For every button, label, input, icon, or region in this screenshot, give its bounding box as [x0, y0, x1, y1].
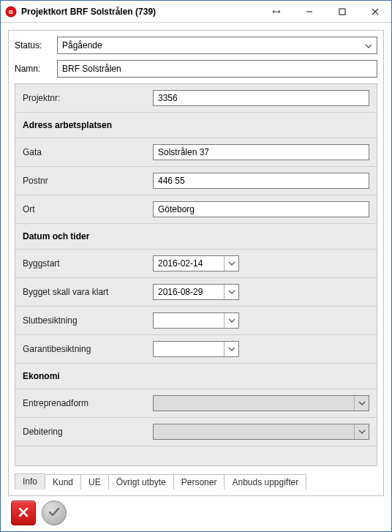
check-icon	[48, 506, 61, 521]
slutb-datepicker[interactable]	[153, 312, 239, 329]
name-label: Namn:	[15, 64, 50, 74]
footer-bar	[8, 496, 384, 527]
window-buttons	[260, 1, 391, 22]
ort-value: Göteborg	[158, 204, 195, 214]
projektnr-row: Projektnr: 3356	[15, 84, 377, 113]
status-row: Status: Pågående	[15, 37, 377, 54]
gata-input[interactable]: Solstrålen 37	[153, 144, 369, 160]
close-window-button[interactable]	[358, 1, 391, 22]
klart-label: Bygget skall vara klart	[15, 278, 146, 307]
chevron-down-icon	[224, 313, 238, 328]
datum-header: Datum och tider	[15, 224, 377, 250]
status-value: Pågående	[62, 40, 102, 50]
slutb-row: Slutbesiktning	[15, 307, 377, 335]
gata-label: Gata	[15, 138, 146, 167]
app-icon: B	[5, 6, 17, 18]
postnr-value: 446 55	[158, 176, 185, 186]
garanti-row: Garantibesiktning	[15, 335, 377, 364]
name-row: Namn: BRF Solstrålen	[15, 60, 377, 78]
postnr-input[interactable]: 446 55	[153, 173, 369, 189]
chevron-down-icon	[354, 424, 369, 439]
titlebar: B Projektkort BRF Solstrålen (739)	[1, 1, 391, 23]
postnr-label: Postnr	[15, 167, 146, 195]
tab-anbud[interactable]: Anbuds uppgifter	[224, 474, 306, 490]
svg-text:B: B	[9, 9, 13, 15]
minimize-button[interactable]	[293, 1, 325, 22]
klart-datepicker[interactable]: 2016-08-29	[153, 284, 239, 300]
ort-input[interactable]: Göteborg	[153, 201, 369, 217]
byggstart-label: Byggstart	[15, 250, 146, 278]
tab-info[interactable]: Info	[15, 473, 45, 490]
deb-select[interactable]	[153, 424, 369, 440]
garanti-label: Garantibesiktning	[15, 335, 146, 364]
entre-label: Entreprenadform	[15, 389, 146, 418]
chevron-down-icon	[354, 396, 369, 411]
name-input[interactable]: BRF Solstrålen	[57, 60, 377, 78]
outer-panel: Status: Pågående Namn: BRF Solstrålen	[8, 30, 384, 496]
postnr-row: Postnr 446 55	[15, 167, 377, 195]
chevron-down-icon	[224, 285, 238, 299]
byggstart-value: 2016-02-14	[158, 258, 203, 269]
garanti-datepicker[interactable]	[153, 341, 239, 357]
tab-personer[interactable]: Personer	[173, 474, 225, 490]
chevron-down-icon	[224, 342, 238, 356]
byggstart-row: Byggstart 2016-02-14	[15, 250, 377, 278]
projektnr-value: 3356	[158, 93, 178, 103]
chevron-down-icon	[224, 256, 238, 271]
resize-horizontal-button[interactable]	[260, 1, 293, 22]
status-select[interactable]: Pågående	[57, 37, 377, 54]
ort-label: Ort	[15, 195, 146, 224]
deb-label: Debitering	[15, 418, 146, 446]
projektnr-label: Projektnr:	[15, 84, 146, 113]
tab-kund[interactable]: Kund	[45, 474, 81, 490]
adress-header: Adress arbetsplatsen	[15, 113, 377, 138]
gata-value: Solstrålen 37	[158, 147, 209, 157]
klart-row: Bygget skall vara klart 2016-08-29	[15, 278, 377, 307]
client-area: Status: Pågående Namn: BRF Solstrålen	[1, 23, 391, 531]
cancel-button[interactable]	[11, 501, 36, 525]
svg-rect-2	[339, 9, 345, 15]
maximize-button[interactable]	[325, 1, 358, 22]
close-icon	[17, 506, 30, 521]
tab-strip: Info Kund UE Övrigt utbyte Personer Anbu…	[15, 473, 377, 490]
confirm-button[interactable]	[42, 501, 67, 525]
deb-row: Debitering	[15, 418, 377, 446]
byggstart-datepicker[interactable]: 2016-02-14	[153, 255, 239, 271]
entre-row: Entreprenadform	[15, 389, 377, 418]
slutb-label: Slutbesiktning	[15, 307, 146, 335]
name-value: BRF Solstrålen	[62, 64, 121, 74]
window-title: Projektkort BRF Solstrålen (739)	[21, 7, 260, 17]
chevron-down-icon	[365, 40, 372, 50]
tab-ovrigt[interactable]: Övrigt utbyte	[108, 474, 174, 490]
projektnr-input[interactable]: 3356	[153, 90, 369, 106]
app-window: B Projektkort BRF Solstrålen (739) Statu…	[0, 0, 392, 532]
gata-row: Gata Solstrålen 37	[15, 138, 377, 167]
form-grid: Projektnr: 3356 Adress arbetsplatsen Gat…	[15, 83, 377, 466]
ort-row: Ort Göteborg	[15, 195, 377, 224]
ekonomi-header: Ekonomi	[15, 364, 377, 389]
tab-ue[interactable]: UE	[80, 474, 109, 490]
status-label: Status:	[15, 40, 50, 50]
klart-value: 2016-08-29	[158, 287, 203, 297]
entre-select[interactable]	[153, 395, 369, 411]
